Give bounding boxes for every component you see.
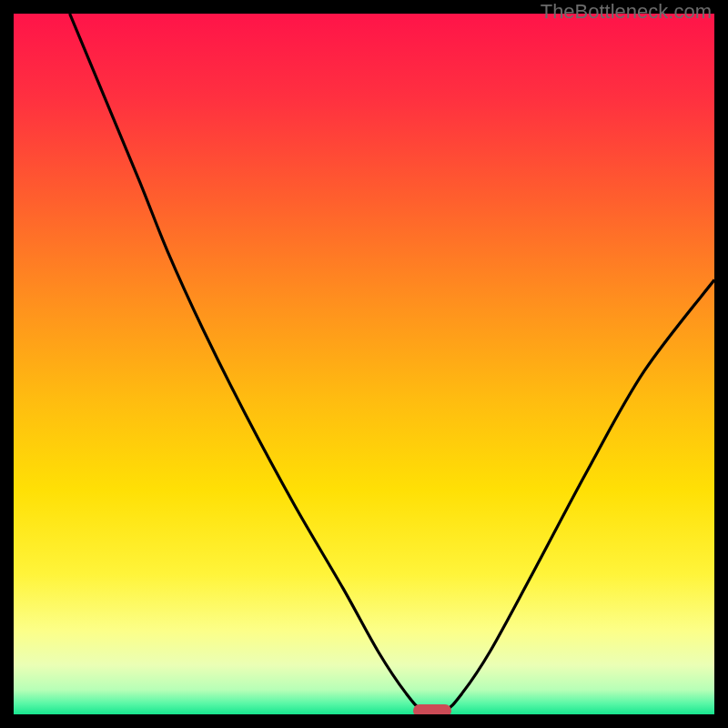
chart-frame: TheBottleneck.com [0, 0, 728, 728]
watermark-text: TheBottleneck.com [541, 0, 712, 24]
curve-layer [14, 14, 714, 714]
bottleneck-curve [70, 14, 714, 713]
optimal-marker [413, 704, 451, 714]
plot-area [14, 14, 714, 714]
